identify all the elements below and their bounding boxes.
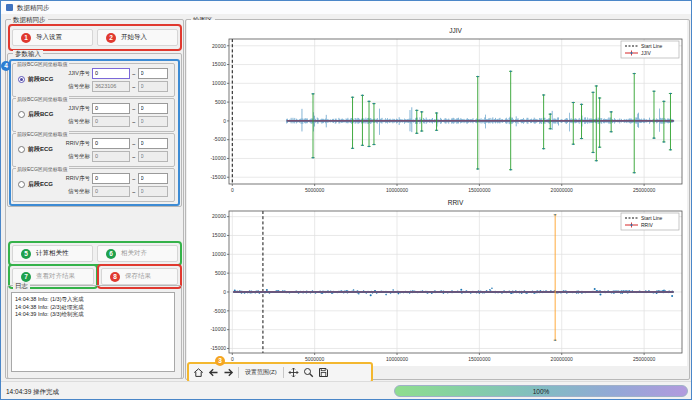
rear-bcg-jjiv-min-input[interactable]	[92, 103, 130, 114]
signal-coord-label: 信号坐标	[60, 188, 90, 195]
svg-text:25000000: 25000000	[633, 356, 655, 362]
svg-text:0: 0	[231, 187, 234, 193]
svg-text:0: 0	[223, 289, 226, 295]
front-ecg-coord-min-input	[92, 151, 130, 162]
log-group-title: 日志	[13, 282, 30, 290]
rear-ecg-radio[interactable]: 后段ECG	[18, 180, 53, 189]
save-icon[interactable]	[318, 367, 329, 378]
range-tilde: ~	[132, 106, 136, 112]
pan-icon[interactable]	[288, 367, 299, 378]
svg-text:JJIV: JJIV	[641, 50, 651, 56]
back-icon[interactable]	[208, 367, 219, 378]
front-ecg-radio[interactable]: 前段ECG	[18, 145, 53, 154]
svg-text:20000000: 20000000	[551, 356, 573, 362]
jjiv-index-label: JJIV序号	[60, 105, 90, 112]
svg-text:15000: 15000	[212, 232, 226, 238]
rear-ecg-rriv-min-input[interactable]	[92, 173, 130, 184]
svg-text:15000: 15000	[212, 61, 226, 67]
svg-text:5000: 5000	[215, 270, 226, 276]
front-bcg-radio-label: 前段BCG	[28, 75, 53, 84]
import-highlight-box: 1 导入设置 2 开始导入	[8, 24, 182, 51]
svg-text:-10000: -10000	[210, 155, 226, 161]
svg-text:RRIV: RRIV	[448, 199, 464, 206]
rear-ecg-rriv-max-input[interactable]	[138, 173, 168, 184]
home-icon[interactable]	[193, 367, 204, 378]
jjiv-index-label: JJIV序号	[60, 70, 90, 77]
status-text: 14:04:39 操作完成	[6, 382, 59, 400]
radio-icon[interactable]	[18, 76, 25, 83]
calc-correlation-label: 计算相关性	[36, 249, 69, 258]
param-section-front-ecg: 前段ECG区间坐标取值 前段ECG RRIV序号 ~ 信号坐标 ~	[12, 133, 175, 167]
step-badge-6: 6	[106, 249, 116, 259]
zoom-icon[interactable]	[303, 367, 314, 378]
svg-text:10000000: 10000000	[386, 187, 408, 193]
svg-text:JJIV: JJIV	[449, 27, 462, 34]
step-badge-1: 1	[21, 33, 31, 43]
status-bar: 14:04:39 操作完成 100%	[1, 381, 692, 400]
window-title: 数据精同步	[17, 1, 50, 14]
view-align-result-label: 查看对齐结果	[36, 272, 75, 281]
log-box[interactable]: 14:04:38 Info: (1/3)导入完成 14:04:38 Info: …	[11, 292, 175, 372]
correlation-align-button[interactable]: 6 相关对齐	[97, 245, 178, 262]
step-badge-3: 3	[215, 356, 225, 366]
svg-text:20000: 20000	[212, 213, 226, 219]
step-badge-7: 7	[21, 272, 31, 282]
jjiv-chart[interactable]: 0500000010000000150000002000000025000000…	[189, 21, 687, 197]
range-tilde: ~	[132, 119, 136, 125]
front-bcg-radio[interactable]: 前段BCG	[18, 75, 53, 84]
title-bar[interactable]: 数据精同步	[1, 1, 691, 14]
svg-text:Start Line: Start Line	[641, 215, 663, 221]
step-badge-2: 2	[106, 33, 116, 43]
front-bcg-jjiv-max-input[interactable]	[138, 68, 168, 79]
front-bcg-coord-min-input	[92, 81, 130, 92]
front-ecg-rriv-max-input[interactable]	[138, 138, 168, 149]
signal-coord-label: 信号坐标	[60, 153, 90, 160]
step-badge-5: 5	[21, 249, 31, 259]
calc-correlation-button[interactable]: 5 计算相关性	[12, 245, 93, 262]
svg-text:-5000: -5000	[213, 136, 226, 142]
svg-text:10000: 10000	[212, 80, 226, 86]
radio-icon[interactable]	[18, 111, 25, 118]
save-result-label: 保存结果	[125, 272, 151, 281]
start-import-label: 开始导入	[121, 33, 147, 42]
app-icon	[6, 4, 13, 11]
correlation-highlight-box: 5 计算相关性 6 相关对齐	[8, 241, 182, 266]
svg-text:15000000: 15000000	[468, 356, 490, 362]
svg-text:-5000: -5000	[213, 308, 226, 314]
rriv-index-label: RRIV序号	[60, 175, 90, 182]
left-group-title: 数据精同步	[11, 16, 48, 24]
step-badge-8: 8	[110, 272, 120, 282]
rear-bcg-coord-min-input	[92, 116, 130, 127]
forward-icon[interactable]	[223, 367, 234, 378]
rear-bcg-radio[interactable]: 后段BCG	[18, 110, 53, 119]
correlation-align-label: 相关对齐	[121, 249, 147, 258]
front-ecg-section-title: 前段ECG区间坐标取值	[16, 131, 69, 137]
toolbar-separator	[283, 367, 284, 378]
rriv-chart[interactable]: 0500000010000000150000002000000025000000…	[189, 197, 687, 365]
save-result-button[interactable]: 8 保存结果	[101, 268, 178, 285]
set-range-button[interactable]: 设置范围(Z)	[243, 368, 279, 377]
radio-icon[interactable]	[18, 181, 25, 188]
rear-bcg-coord-max-input	[138, 116, 168, 127]
radio-icon[interactable]	[18, 146, 25, 153]
front-ecg-rriv-min-input[interactable]	[92, 138, 130, 149]
params-group-title: 参数输入	[13, 50, 43, 58]
log-line: 14:04:38 Info: (1/3)导入完成	[15, 296, 171, 304]
svg-text:15000000: 15000000	[468, 187, 490, 193]
svg-text:5000: 5000	[215, 99, 226, 105]
import-settings-button[interactable]: 1 导入设置	[12, 29, 93, 46]
svg-text:10000000: 10000000	[386, 356, 408, 362]
svg-text:5000000: 5000000	[305, 187, 325, 193]
log-line: 14:04:38 Info: (2/3)处理完成	[15, 304, 171, 312]
rear-bcg-jjiv-max-input[interactable]	[138, 103, 168, 114]
start-import-button[interactable]: 2 开始导入	[97, 29, 178, 46]
rear-ecg-coord-max-input	[138, 186, 168, 197]
toolbar-separator	[238, 367, 239, 378]
rear-bcg-radio-label: 后段BCG	[28, 110, 53, 119]
front-ecg-coord-max-input	[138, 151, 168, 162]
svg-text:Start Line: Start Line	[641, 43, 663, 49]
front-ecg-radio-label: 前段ECG	[28, 145, 53, 154]
progress-bar: 100%	[394, 385, 688, 397]
svg-text:-10000: -10000	[210, 326, 226, 332]
front-bcg-jjiv-min-input[interactable]	[92, 68, 130, 79]
